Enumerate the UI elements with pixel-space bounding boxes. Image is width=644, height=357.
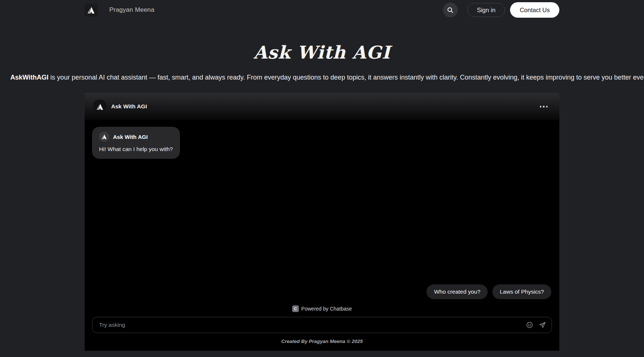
hero-description-brand: AskWithAGI — [10, 74, 49, 81]
bot-message-header: Ask With AGI — [99, 132, 173, 142]
chat-title: Ask With AGI — [111, 103, 147, 110]
sign-in-button[interactable]: Sign in — [467, 3, 505, 17]
chat-widget-header: Ask With AGI — [85, 93, 559, 120]
chat-message-input[interactable] — [92, 317, 552, 333]
chat-menu-ellipsis-icon[interactable] — [539, 104, 549, 110]
bot-message-bubble: Ask With AGI Hi! What can I help you wit… — [92, 127, 180, 159]
bot-avatar — [99, 132, 109, 142]
bot-message-text: Hi! What can I help you with? — [99, 146, 173, 153]
nav-container: Pragyan Meena Sign in Contact Us — [85, 2, 559, 18]
bot-name: Ask With AGI — [113, 134, 148, 140]
powered-by-link[interactable]: C Powered by Chatbase — [92, 305, 552, 312]
emoji-smiley-icon — [526, 321, 533, 329]
send-paper-plane-icon — [539, 321, 546, 329]
nav-actions: Sign in Contact Us — [443, 2, 559, 18]
chat-input-icons — [526, 317, 546, 333]
hero-description-text: is your personal AI chat assistant — fas… — [49, 74, 644, 81]
brand-name[interactable]: Pragyan Meena — [109, 6, 155, 14]
suggestion-chips: Who created you? Laws of Physics? — [92, 284, 552, 299]
site-logo-icon[interactable] — [85, 4, 98, 17]
brand[interactable]: Pragyan Meena — [85, 4, 155, 17]
chat-avatar — [93, 99, 107, 113]
search-icon — [447, 7, 454, 14]
chat-spacer — [92, 159, 552, 284]
powered-by-label: Powered by Chatbase — [301, 306, 352, 312]
top-nav: Pragyan Meena Sign in Contact Us — [0, 0, 644, 20]
search-button[interactable] — [443, 3, 458, 17]
send-button[interactable] — [539, 321, 546, 329]
chat-input-container — [92, 317, 552, 333]
suggestion-chip-who-created-you[interactable]: Who created you? — [427, 284, 488, 299]
chat-widget: Ask With AGI Ask With AGI Hi! What can I… — [85, 93, 559, 351]
contact-us-button[interactable]: Contact Us — [510, 2, 559, 18]
widget-footer-credit: Created By Pragyan Meena © 2025 — [92, 339, 552, 344]
chat-messages-area: Ask With AGI Hi! What can I help you wit… — [85, 120, 559, 351]
hero-description: AskWithAGI is your personal AI chat assi… — [0, 73, 644, 82]
chatbase-logo-icon: C — [292, 305, 299, 312]
suggestion-chip-laws-of-physics[interactable]: Laws of Physics? — [492, 284, 551, 299]
emoji-button[interactable] — [526, 321, 533, 329]
page-title: Ask With AGI — [0, 42, 644, 63]
